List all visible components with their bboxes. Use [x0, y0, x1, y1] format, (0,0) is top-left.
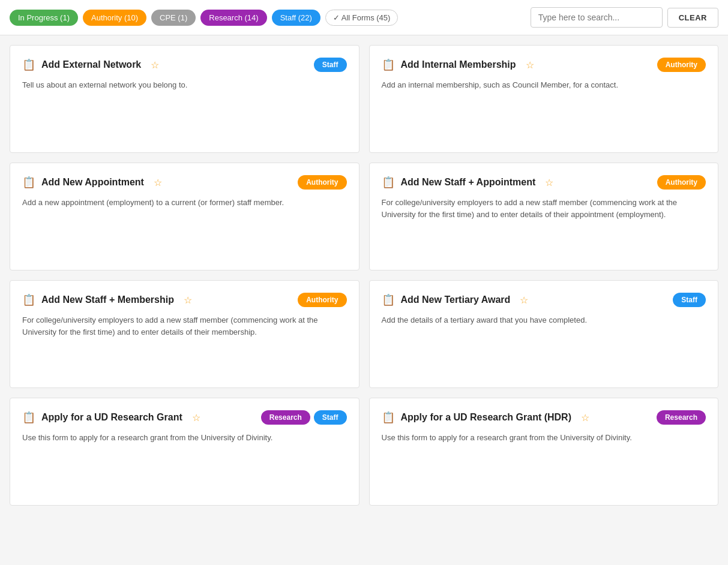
card-description: Add an internal membership, such as Coun…	[382, 79, 706, 91]
card-title: Add New Staff + Appointment	[401, 177, 536, 188]
card-apply-ud-research-grant-hdr: 📋Apply for a UD Research Grant (HDR)☆Res…	[369, 398, 719, 506]
form-icon: 📋	[22, 411, 35, 424]
star-icon[interactable]: ☆	[526, 59, 534, 71]
card-description: Use this form to apply for a research gr…	[22, 432, 347, 444]
card-add-new-appointment: 📋Add New Appointment☆AuthorityAdd a new …	[10, 163, 359, 271]
badge-authority: Authority	[657, 175, 706, 190]
star-icon[interactable]: ☆	[581, 412, 589, 423]
card-title: Add New Appointment	[41, 177, 144, 188]
filter-chip-in-progress[interactable]: In Progress (1)	[10, 10, 78, 26]
form-icon: 📋	[382, 411, 395, 424]
card-title: Add New Tertiary Award	[401, 294, 511, 305]
search-area: CLEAR	[531, 7, 718, 28]
badge-research: Research	[261, 410, 310, 425]
card-add-new-staff-membership: 📋Add New Staff + Membership☆AuthorityFor…	[10, 280, 359, 388]
filter-chip-authority[interactable]: Authority (10)	[83, 10, 146, 26]
card-badges: Authority	[657, 175, 706, 190]
star-icon[interactable]: ☆	[545, 177, 553, 188]
card-badges: Authority	[298, 293, 346, 307]
card-description: Tell us about an external network you be…	[22, 79, 347, 91]
card-apply-ud-research-grant: 📋Apply for a UD Research Grant☆ResearchS…	[10, 398, 359, 506]
star-icon[interactable]: ☆	[151, 59, 159, 71]
star-icon[interactable]: ☆	[154, 177, 162, 188]
all-forms-chip[interactable]: ✓ All Forms (45)	[325, 10, 399, 26]
card-description: Use this form to apply for a research gr…	[382, 432, 706, 444]
card-badges: Staff	[673, 293, 706, 307]
badge-authority: Authority	[657, 58, 706, 72]
badge-staff: Staff	[673, 293, 706, 307]
form-icon: 📋	[382, 293, 395, 306]
form-icon: 📋	[22, 58, 35, 71]
card-title: Add New Staff + Membership	[41, 294, 174, 305]
form-icon: 📋	[382, 176, 395, 189]
card-add-new-staff-appointment: 📋Add New Staff + Appointment☆AuthorityFo…	[369, 163, 719, 271]
card-description: Add a new appointment (employment) to a …	[22, 197, 347, 209]
form-icon: 📋	[22, 293, 35, 306]
card-badges: Research	[657, 410, 706, 425]
card-title: Add Internal Membership	[401, 59, 516, 70]
badge-authority: Authority	[298, 175, 346, 190]
card-header: 📋Add New Tertiary Award☆Staff	[382, 293, 706, 307]
badge-staff: Staff	[314, 410, 347, 425]
card-add-external-network: 📋Add External Network☆StaffTell us about…	[10, 45, 359, 153]
card-header: 📋Apply for a UD Research Grant (HDR)☆Res…	[382, 410, 706, 425]
card-title: Add External Network	[41, 59, 141, 70]
form-icon: 📋	[22, 176, 35, 189]
badge-authority: Authority	[298, 293, 346, 307]
card-add-internal-membership: 📋Add Internal Membership☆AuthorityAdd an…	[369, 45, 719, 153]
card-title: Apply for a UD Research Grant	[41, 412, 182, 423]
clear-button[interactable]: CLEAR	[667, 8, 718, 28]
cards-grid: 📋Add External Network☆StaffTell us about…	[0, 35, 728, 515]
card-badges: Authority	[657, 58, 706, 72]
top-bar: In Progress (1)Authority (10)CPE (1)Rese…	[0, 0, 728, 35]
filter-chip-cpe[interactable]: CPE (1)	[151, 10, 196, 26]
star-icon[interactable]: ☆	[520, 294, 528, 306]
star-icon[interactable]: ☆	[184, 294, 192, 306]
card-title: Apply for a UD Research Grant (HDR)	[401, 412, 572, 423]
card-description: Add the details of a tertiary award that…	[382, 314, 706, 326]
card-description: For college/university employers to add …	[22, 314, 347, 338]
filter-chips: In Progress (1)Authority (10)CPE (1)Rese…	[10, 10, 526, 26]
card-header: 📋Add New Staff + Appointment☆Authority	[382, 175, 706, 190]
card-header: 📋Add External Network☆Staff	[22, 58, 347, 72]
filter-chip-research[interactable]: Research (14)	[200, 10, 266, 26]
card-header: 📋Add Internal Membership☆Authority	[382, 58, 706, 72]
card-badges: ResearchStaff	[261, 410, 347, 425]
card-badges: Authority	[298, 175, 346, 190]
badge-staff: Staff	[314, 58, 347, 72]
badge-research: Research	[657, 410, 706, 425]
card-add-new-tertiary-award: 📋Add New Tertiary Award☆StaffAdd the det…	[369, 280, 719, 388]
card-description: For college/university employers to add …	[382, 197, 706, 220]
filter-chip-staff[interactable]: Staff (22)	[272, 10, 320, 26]
card-header: 📋Add New Appointment☆Authority	[22, 175, 347, 190]
card-header: 📋Apply for a UD Research Grant☆ResearchS…	[22, 410, 347, 425]
card-header: 📋Add New Staff + Membership☆Authority	[22, 293, 347, 307]
search-input[interactable]	[531, 7, 663, 28]
card-badges: Staff	[314, 58, 347, 72]
star-icon[interactable]: ☆	[192, 412, 200, 423]
form-icon: 📋	[382, 58, 395, 71]
